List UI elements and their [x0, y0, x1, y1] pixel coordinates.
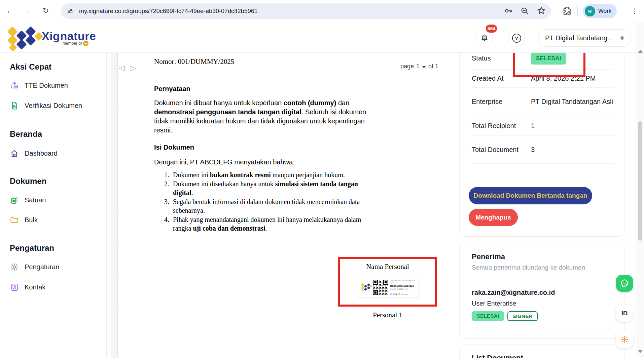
- sidebar-item-dashboard[interactable]: Dashboard: [10, 147, 58, 159]
- sidebar-item-label: Satuan: [25, 196, 46, 204]
- recipients-title: Penerima: [472, 252, 614, 261]
- sidebar-section-title: Aksi Cepat: [10, 62, 51, 72]
- toolbar-divider: [577, 5, 578, 16]
- bell-icon: [480, 34, 489, 42]
- doc-text-segment: dan: [336, 99, 349, 107]
- sidebar-item-satuan[interactable]: Satuan: [10, 194, 46, 206]
- sidebar-item-pengaturan[interactable]: Pengaturan: [10, 261, 59, 273]
- home-icon: [10, 149, 19, 158]
- member-of: member of GK: [63, 41, 88, 46]
- sidebar-item-label: Pengaturan: [25, 263, 59, 271]
- divider: [472, 328, 614, 328]
- download-signed-document-button[interactable]: Download Dokumen Bertanda tangan: [469, 187, 592, 204]
- gear-icon: [10, 263, 19, 272]
- contact-icon: [10, 283, 19, 292]
- sidebar-section-title: Pengaturan: [10, 243, 54, 253]
- browser-back-button[interactable]: ←: [3, 4, 17, 17]
- cert-brand: Xignature: [401, 293, 408, 295]
- recipients-card: Penerima Semua penerima diundang ke doku…: [459, 242, 624, 339]
- doc-text-segment: Dokumen ini dibuat hanya untuk keperluan: [154, 99, 284, 107]
- doc-list-item: Pihak yang menandatangani dokumen ini ha…: [171, 215, 369, 233]
- thumbnail-rail[interactable]: [111, 53, 118, 358]
- bookmark-star-icon[interactable]: [536, 6, 546, 16]
- sidebar-item-label: Verifikasi Dokumen: [25, 102, 82, 110]
- browser-menu-button[interactable]: ⋮: [628, 4, 641, 17]
- whatsapp-icon: [619, 278, 630, 288]
- doc-list-item: Dokumen ini bukan kontrak resmi maupun p…: [171, 170, 369, 180]
- annotation-box-signature: Nama Personal Ditandatangani Secara Elek…: [338, 257, 437, 307]
- prev-page-arrow[interactable]: ◁: [119, 64, 124, 72]
- detail-label: Enterprise: [472, 98, 531, 106]
- doc-text-segment: .: [265, 225, 267, 232]
- theme-toggle-button[interactable]: [616, 331, 633, 348]
- address-bar[interactable]: my.xignature.co.id/groups/720c669f-fc74-…: [61, 3, 551, 19]
- sidebar-item-label: Bulk: [25, 216, 38, 224]
- document-check-icon: [10, 101, 19, 110]
- detail-label: Total Document: [472, 146, 531, 154]
- browser-forward-button[interactable]: →: [21, 4, 34, 17]
- qr-code: [373, 280, 388, 295]
- delete-button[interactable]: Menghapus: [469, 209, 518, 226]
- page-current: 1: [416, 63, 420, 70]
- doc-text-segment: bukan kontrak resmi: [210, 171, 271, 178]
- doc-text-segment: demonstrasi penggunaan tanda tangan digi…: [154, 108, 301, 116]
- stamp-certification-logos: PSrE Xignature: [390, 293, 408, 295]
- organization-select[interactable]: PT Digital Tandatang...: [538, 29, 631, 47]
- detail-row-total-document: Total Document3: [472, 136, 614, 164]
- list-document-card: List Document: [459, 345, 624, 358]
- zoom-out-icon[interactable]: [520, 6, 530, 16]
- page-label: page: [400, 63, 414, 70]
- sidebar-item-label: TTE Dokumen: [25, 82, 68, 89]
- next-page-arrow[interactable]: ▷: [131, 64, 136, 72]
- extensions-icon[interactable]: [561, 5, 572, 16]
- url-text: my.xignature.co.id/groups/720c669f-fc74-…: [79, 8, 258, 15]
- doc-content-heading: Isi Dokumen: [154, 144, 194, 151]
- recipient-email: raka.zain@xignature.co.id: [472, 289, 614, 296]
- page-scrollbar[interactable]: [636, 22, 644, 358]
- whatsapp-button[interactable]: [616, 275, 633, 292]
- doc-text-segment: uji coba dan demonstrasi: [193, 225, 265, 232]
- stamp-signer-name: Raka Zain Susetyo: [390, 284, 417, 287]
- page-of-label: of 1: [428, 63, 438, 70]
- organization-select-value: PT Digital Tandatang...: [545, 34, 613, 42]
- password-key-icon[interactable]: [503, 6, 513, 16]
- member-badge: GK: [83, 41, 88, 46]
- page-dropdown-chevron-icon[interactable]: [422, 66, 426, 68]
- app-header: Xignature member of GK 564 ? PT Digital …: [0, 22, 644, 53]
- doc-statement-heading: Pernyataan: [154, 85, 190, 93]
- sidebar-section-title: Dokumen: [10, 176, 46, 186]
- doc-text-segment: contoh (dummy): [284, 99, 336, 107]
- annotation-box-status: [513, 49, 585, 77]
- language-id-button[interactable]: ID: [616, 305, 633, 322]
- doc-numbered-list: Dokumen ini bukan kontrak resmi maupun p…: [171, 170, 369, 233]
- browser-chrome: ← → ↻ my.xignature.co.id/groups/720c669f…: [0, 0, 644, 22]
- upload-icon: [10, 81, 19, 90]
- sidebar-item-tte-dokumen[interactable]: TTE Dokumen: [10, 79, 68, 91]
- doc-number: Nomor: 001/DUMMY/2025: [154, 57, 235, 66]
- browser-reload-button[interactable]: ↻: [39, 4, 52, 17]
- sidebar-item-verifikasi-dokumen[interactable]: Verifikasi Dokumen: [10, 100, 82, 112]
- doc-list-item: Dokumen ini disediakan hanya untuk simul…: [171, 180, 369, 197]
- logo-diamonds-icon: [8, 26, 37, 49]
- site-settings-icon[interactable]: [66, 7, 74, 15]
- scrollbar-up-arrow[interactable]: [638, 50, 643, 53]
- recipients-subtitle: Semua penerima diundang ke dokumen: [472, 264, 614, 271]
- sidebar-item-bulk[interactable]: Bulk: [10, 214, 38, 226]
- page-selector[interactable]: page 1 of 1: [386, 63, 438, 70]
- stamp-logo-diamonds-icon: [361, 282, 371, 292]
- cert-diamond-icon: [398, 293, 400, 295]
- doc-statement-paragraph: Dokumen ini dibuat hanya untuk keperluan…: [154, 98, 369, 135]
- notification-count-badge: 564: [486, 25, 497, 33]
- sidebar-item-kontak[interactable]: Kontak: [10, 281, 45, 293]
- stamp-signed-at: Pada 08-04-2026 14:21: [390, 288, 417, 290]
- doc-content-intro: Dengan ini, PT ABCDEFG menyatakan bahwa:: [154, 158, 369, 167]
- help-button[interactable]: ?: [508, 30, 525, 46]
- scrollbar-down-arrow[interactable]: [638, 350, 643, 353]
- recipient-badge-signer: SIGNER: [507, 311, 537, 321]
- sun-icon: [620, 335, 629, 344]
- scrollbar-thumb[interactable]: [638, 121, 642, 241]
- browser-profile-button[interactable]: R Work: [583, 4, 617, 18]
- cert-text: PSrE: [393, 293, 397, 295]
- detail-value: 1: [531, 121, 614, 130]
- signature-title: Nama Personal: [340, 263, 435, 271]
